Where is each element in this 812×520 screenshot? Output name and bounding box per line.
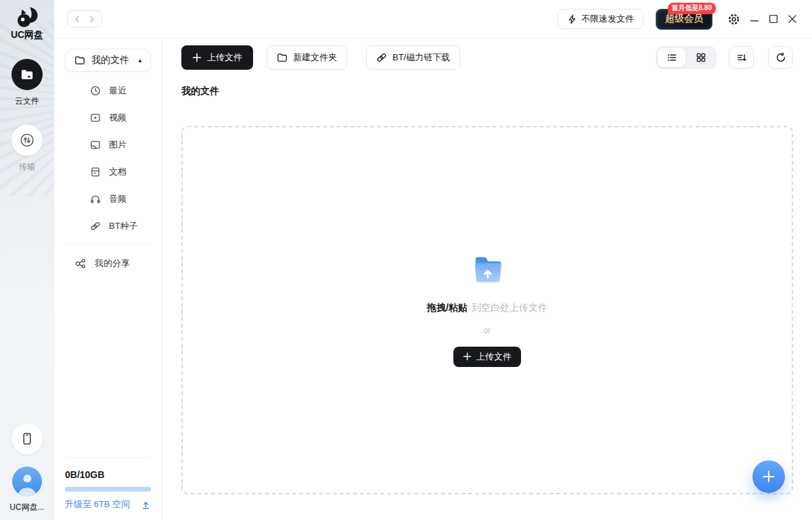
- storage-divider: [65, 457, 151, 458]
- storage-panel: 0B/10GB 升级至 6TB 空间: [65, 457, 151, 511]
- dropzone-hint-label: 到空白处上传文件: [472, 302, 547, 314]
- sidebar-item-label: 图片: [109, 139, 127, 151]
- content-row: 我的文件 ▲ 最近 视频: [54, 39, 812, 520]
- sidebar-divider: [65, 244, 151, 245]
- transfer-arrows-icon: [20, 133, 35, 148]
- forward-button[interactable]: [88, 16, 95, 23]
- folder-outline-icon: [74, 55, 85, 66]
- left-rail: UC网盘 云文件: [0, 0, 54, 520]
- uc-drive-app: UC网盘 云文件: [0, 0, 812, 520]
- link-icon: [90, 221, 101, 232]
- sidebar: 我的文件 ▲ 最近 视频: [54, 39, 162, 520]
- user-name-label: UC网盘...: [9, 502, 44, 513]
- upload-file-button[interactable]: 上传文件: [181, 45, 253, 70]
- rail-bottom: UC网盘...: [9, 423, 44, 513]
- settings-gear-icon[interactable]: [727, 13, 740, 26]
- sidebar-item-label: 我的分享: [95, 257, 130, 269]
- image-icon: [90, 139, 101, 150]
- minimize-button[interactable]: [750, 14, 759, 24]
- rail-item-cloud-files[interactable]: 云文件: [12, 59, 43, 107]
- phone-icon: [20, 432, 34, 446]
- dropzone-upload-label: 上传文件: [476, 351, 512, 363]
- plus-icon: [463, 352, 472, 361]
- user-avatar[interactable]: [12, 467, 42, 496]
- close-button[interactable]: [788, 14, 797, 24]
- sidebar-item-videos[interactable]: 视频: [65, 104, 151, 131]
- topbar-right: 不限速发文件 首月低至8.80 超级会员: [558, 9, 797, 30]
- dropzone-drag-label: 拖拽/粘贴: [427, 302, 468, 314]
- sidebar-item-audio[interactable]: 音频: [65, 186, 151, 213]
- topbar: 不限速发文件 首月低至8.80 超级会员: [54, 0, 812, 39]
- sidebar-root-my-files[interactable]: 我的文件 ▲: [65, 49, 151, 72]
- grid-view-button[interactable]: [687, 48, 715, 67]
- link-icon: [376, 52, 387, 63]
- video-icon: [90, 112, 101, 123]
- sidebar-item-label: BT种子: [109, 220, 138, 232]
- vip-button[interactable]: 首月低至8.80 超级会员: [656, 9, 713, 30]
- sidebar-root-label: 我的文件: [91, 54, 129, 66]
- sidebar-item-my-shares[interactable]: 我的分享: [65, 250, 151, 277]
- refresh-button[interactable]: [768, 46, 793, 69]
- rail-label-cloud: 云文件: [15, 95, 39, 107]
- sidebar-item-images[interactable]: 图片: [65, 131, 151, 158]
- plus-icon: [762, 470, 775, 483]
- app-logo-label: UC网盘: [11, 29, 43, 41]
- page-title: 我的文件: [181, 85, 793, 98]
- upgrade-link[interactable]: 升级至 6TB 空间: [65, 498, 130, 511]
- floating-add-button[interactable]: [752, 460, 785, 493]
- folder-icon: [20, 68, 34, 81]
- speed-share-button[interactable]: 不限速发文件: [558, 9, 644, 29]
- speed-share-label: 不限速发文件: [581, 13, 634, 25]
- upload-file-label: 上传文件: [207, 51, 242, 64]
- caret-up-icon: ▲: [137, 58, 143, 64]
- list-view-button[interactable]: [658, 48, 685, 67]
- sidebar-item-label: 音频: [109, 193, 127, 205]
- dropzone-upload-button[interactable]: 上传文件: [453, 347, 521, 367]
- sidebar-item-label: 文档: [109, 166, 127, 178]
- document-icon: [90, 167, 101, 177]
- upgrade-row: 升级至 6TB 空间: [65, 498, 151, 511]
- vip-promo-badge: 首月低至8.80: [668, 3, 716, 14]
- sidebar-item-bt-seeds[interactable]: BT种子: [65, 213, 151, 240]
- history-nav: [67, 10, 102, 28]
- dropzone-or-label: or: [484, 326, 491, 335]
- lightning-icon: [567, 14, 577, 24]
- vip-button-label: 超级会员: [665, 13, 703, 25]
- content-column: 不限速发文件 首月低至8.80 超级会员: [54, 0, 812, 520]
- sidebar-item-recent[interactable]: 最近: [65, 77, 151, 104]
- storage-usage-text: 0B/10GB: [65, 469, 151, 480]
- plus-icon: [192, 53, 202, 62]
- folder-outline-icon: [277, 52, 288, 63]
- refresh-icon: [775, 52, 786, 63]
- rail-label-transfer: 传输: [19, 161, 35, 173]
- toolbar-right: [656, 46, 793, 69]
- sort-icon: [736, 52, 747, 63]
- main-toolbar: 上传文件 新建文件夹 BT/磁力链下: [181, 45, 793, 70]
- app-logo: UC网盘: [11, 7, 43, 41]
- sidebar-item-label: 最近: [109, 85, 127, 97]
- maximize-button[interactable]: [769, 14, 778, 24]
- grid-view-icon: [696, 52, 706, 63]
- headphones-icon: [90, 194, 101, 204]
- upload-upgrade-icon[interactable]: [141, 500, 151, 510]
- back-button[interactable]: [74, 16, 81, 23]
- upload-dropzone[interactable]: 拖拽/粘贴 到空白处上传文件 or 上传文件: [181, 126, 793, 494]
- bt-magnet-download-button[interactable]: BT/磁力链下载: [366, 45, 460, 70]
- sidebar-item-documents[interactable]: 文档: [65, 158, 151, 186]
- clock-icon: [90, 85, 101, 96]
- storage-progress-bar: [65, 487, 151, 492]
- new-folder-button[interactable]: 新建文件夹: [267, 45, 347, 70]
- folder-upload-icon: [469, 254, 505, 285]
- sidebar-item-label: 视频: [109, 112, 127, 124]
- sidebar-category-list: 最近 视频 图片: [65, 77, 151, 240]
- rail-item-transfer[interactable]: 传输: [12, 125, 43, 173]
- dropzone-text: 拖拽/粘贴 到空白处上传文件: [427, 302, 547, 314]
- mobile-app-button[interactable]: [12, 423, 43, 454]
- main-panel: 上传文件 新建文件夹 BT/磁力链下: [162, 39, 812, 520]
- bt-magnet-download-label: BT/磁力链下载: [392, 51, 450, 64]
- list-view-icon: [667, 52, 677, 63]
- share-network-icon: [74, 257, 87, 269]
- uc-squirrel-logo-icon: [11, 7, 43, 28]
- new-folder-label: 新建文件夹: [293, 51, 337, 64]
- sort-button[interactable]: [729, 46, 754, 69]
